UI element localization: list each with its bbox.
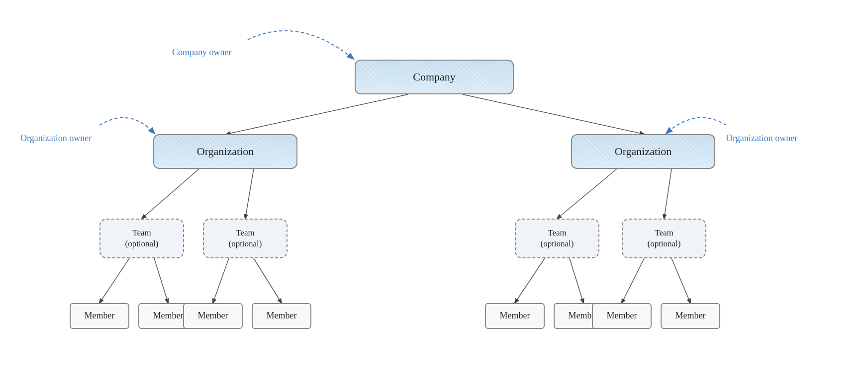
member-ll-1-node: Member <box>70 303 129 329</box>
svg-line-4 <box>557 169 617 219</box>
svg-line-2 <box>142 169 199 219</box>
member-rr-1-node: Member <box>592 303 652 329</box>
svg-line-12 <box>622 258 644 303</box>
svg-line-10 <box>515 258 545 303</box>
diagram-lines <box>0 0 868 387</box>
company-node: Company <box>355 60 514 94</box>
svg-line-3 <box>245 169 254 219</box>
svg-line-8 <box>213 258 229 303</box>
org-left-node: Organization <box>153 134 297 169</box>
member-lr-1-node: Member <box>183 303 243 329</box>
svg-line-7 <box>154 258 168 303</box>
svg-line-13 <box>672 258 690 303</box>
svg-line-5 <box>664 169 672 219</box>
member-rl-1-node: Member <box>485 303 545 329</box>
diagram-container: Company owner Organization owner Organiz… <box>0 0 868 387</box>
svg-line-11 <box>570 258 583 303</box>
org-owner-right-label: Organization owner <box>726 133 797 144</box>
member-lr-2-node: Member <box>252 303 311 329</box>
svg-line-6 <box>99 258 129 303</box>
svg-line-1 <box>463 94 644 134</box>
org-owner-left-label: Organization owner <box>20 133 92 144</box>
team-lr-node: Team(optional) <box>203 219 288 258</box>
team-ll-node: Team(optional) <box>99 219 184 258</box>
team-rr-node: Team(optional) <box>622 219 706 258</box>
team-rl-node: Team(optional) <box>515 219 599 258</box>
member-rr-2-node: Member <box>661 303 720 329</box>
svg-line-0 <box>226 94 408 134</box>
company-owner-label: Company owner <box>172 47 231 58</box>
org-right-node: Organization <box>571 134 715 169</box>
svg-line-9 <box>254 258 282 303</box>
